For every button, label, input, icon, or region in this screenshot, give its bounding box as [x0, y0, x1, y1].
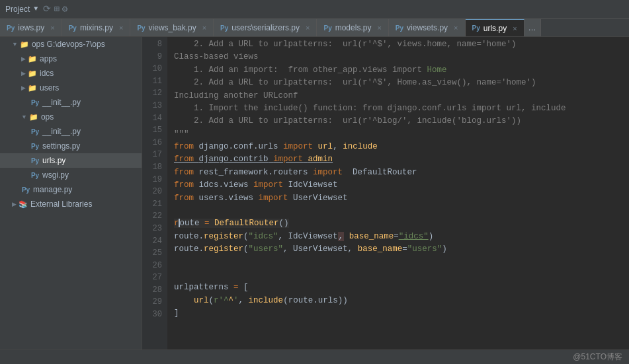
tab-bar: Py iews.py × Py mixins.py × Py views_bak…: [0, 18, 629, 37]
tab-urls-close[interactable]: ×: [513, 24, 517, 32]
py-icon: Py: [69, 24, 77, 32]
sync-icon[interactable]: ⟳: [43, 3, 51, 15]
py-file-icon: Py: [30, 143, 40, 150]
tab-views[interactable]: Py iews.py ×: [0, 19, 62, 36]
sidebar: ▼ 📁 ops G:\devops-7\ops ▶ 📁 apps ▶ 📁 idc…: [0, 37, 142, 349]
sidebar-item-wsgi[interactable]: Py wsgi.py: [0, 168, 142, 182]
sidebar-item-manage[interactable]: Py manage.py: [0, 182, 142, 197]
tab-serializers-label: users\serializers.py: [231, 23, 300, 32]
folder-icon: 📁: [20, 40, 29, 49]
sidebar-item-idcs[interactable]: ▶ 📁 idcs: [0, 66, 142, 81]
tab-mixins[interactable]: Py mixins.py ×: [62, 19, 131, 36]
toolbar-icons: ⟳ ⊞ ⚙: [43, 3, 67, 15]
sidebar-item-urls[interactable]: Py urls.py: [0, 153, 142, 168]
code-editor[interactable]: 8 9 10 11 12 13 14 15 16 17 18 19 20 21 …: [142, 37, 629, 349]
tab-serializers[interactable]: Py users\serializers.py ×: [214, 19, 317, 36]
sidebar-item-ops-root[interactable]: ▼ 📁 ops G:\devops-7\ops: [0, 37, 142, 52]
py-icon: Py: [472, 24, 480, 32]
main-content: ▼ 📁 ops G:\devops-7\ops ▶ 📁 apps ▶ 📁 idc…: [0, 37, 629, 349]
structure-icon[interactable]: ⊞: [54, 3, 59, 15]
sidebar-item-external-libs-label: External Libraries: [30, 200, 92, 209]
folder-arrow-icon: ▶: [21, 70, 26, 77]
folder-arrow-icon: ▶: [12, 201, 17, 207]
tab-mixins-close[interactable]: ×: [119, 24, 123, 32]
code-lines[interactable]: 2. Add a URL to urlpatterns: url(r'^$', …: [167, 37, 629, 349]
sidebar-item-settings[interactable]: Py settings.py: [0, 139, 142, 153]
sidebar-item-external-libs[interactable]: ▶ 📚 External Libraries: [0, 197, 142, 211]
tab-views-bak-close[interactable]: ×: [202, 24, 206, 32]
tab-urls[interactable]: Py urls.py ×: [466, 19, 524, 36]
sidebar-item-manage-label: manage.py: [33, 185, 72, 194]
more-tabs-icon: …: [528, 23, 536, 32]
tab-serializers-close[interactable]: ×: [306, 24, 310, 32]
sidebar-item-ops-init-label: __init__.py: [42, 127, 81, 136]
folder-arrow-icon: ▶: [21, 55, 26, 62]
py-file-icon: Py: [21, 186, 30, 194]
sidebar-item-init-py[interactable]: Py __init__.py: [0, 95, 142, 110]
tab-viewsets[interactable]: Py viewsets.py ×: [389, 19, 466, 36]
py-icon: Py: [323, 24, 331, 32]
py-file-icon: Py: [30, 128, 40, 135]
py-icon: Py: [7, 24, 15, 32]
tab-views-close[interactable]: ×: [50, 24, 54, 32]
sidebar-item-urls-label: urls.py: [42, 156, 65, 165]
project-dropdown-arrow[interactable]: ▼: [34, 5, 38, 13]
sidebar-item-init-label: __init__.py: [42, 98, 81, 107]
title-bar: Project ▼ ⟳ ⊞ ⚙: [0, 0, 629, 18]
sidebar-item-ops-label: ops: [41, 112, 54, 122]
py-icon: Py: [396, 24, 403, 32]
folder-icon: 📚: [19, 200, 28, 209]
sidebar-item-users[interactable]: ▶ 📁 users: [0, 81, 142, 95]
project-section: Project ▼: [5, 5, 38, 14]
tab-models-label: models.py: [335, 23, 372, 32]
line-numbers: 8 9 10 11 12 13 14 15 16 17 18 19 20 21 …: [142, 37, 167, 349]
folder-icon: 📁: [29, 113, 38, 122]
tab-views-bak-label: views_bak.py: [149, 23, 196, 32]
watermark: @51CTO博客: [573, 351, 622, 363]
sidebar-item-idcs-label: idcs: [40, 69, 54, 78]
project-label: Project: [5, 5, 30, 14]
tab-views-bak[interactable]: Py views_bak.py ×: [130, 19, 214, 36]
py-icon: Py: [220, 24, 228, 32]
py-file-icon: Py: [30, 157, 40, 164]
tab-more[interactable]: …: [524, 19, 541, 36]
folder-arrow-icon: ▼: [12, 41, 18, 48]
folder-icon: 📁: [28, 55, 37, 63]
tab-viewsets-label: viewsets.py: [407, 23, 448, 32]
folder-icon: 📁: [28, 69, 37, 78]
sidebar-item-apps-label: apps: [40, 54, 57, 63]
sidebar-item-settings-label: settings.py: [42, 141, 80, 151]
tab-models[interactable]: Py models.py ×: [317, 19, 388, 36]
sidebar-item-ops-root-label: ops G:\devops-7\ops: [32, 40, 105, 49]
tab-viewsets-close[interactable]: ×: [454, 24, 458, 32]
folder-icon: 📁: [28, 84, 37, 92]
folder-arrow-icon: ▶: [21, 85, 26, 91]
tab-models-close[interactable]: ×: [377, 24, 381, 32]
tab-views-label: iews.py: [18, 23, 44, 32]
py-file-icon: Py: [30, 99, 40, 106]
sidebar-item-ops-folder[interactable]: ▼ 📁 ops: [0, 110, 142, 124]
py-file-icon: Py: [30, 172, 40, 179]
tab-urls-label: urls.py: [483, 24, 507, 33]
status-bar: @51CTO博客: [0, 349, 629, 364]
settings-icon[interactable]: ⚙: [62, 3, 67, 15]
sidebar-item-ops-init[interactable]: Py __init__.py: [0, 124, 142, 139]
folder-arrow-icon: ▼: [21, 114, 27, 120]
sidebar-item-users-label: users: [40, 83, 59, 92]
py-icon: Py: [137, 24, 145, 32]
sidebar-item-wsgi-label: wsgi.py: [42, 170, 69, 180]
sidebar-item-apps[interactable]: ▶ 📁 apps: [0, 52, 142, 66]
tab-mixins-label: mixins.py: [80, 23, 113, 32]
code-area[interactable]: 8 9 10 11 12 13 14 15 16 17 18 19 20 21 …: [142, 37, 629, 349]
